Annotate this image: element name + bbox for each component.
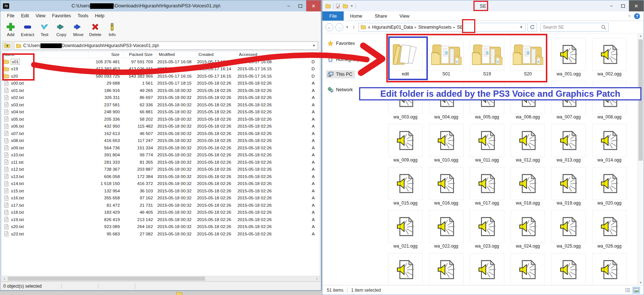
minimize-button[interactable]: –	[283, 0, 294, 11]
maximize-button[interactable]	[617, 0, 629, 11]
breadcrumb-item-current[interactable]: SE	[457, 25, 463, 30]
expand-ribbon-icon[interactable]: ˅	[628, 14, 630, 18]
sidebar-item-network[interactable]: Network	[326, 86, 356, 94]
breadcrumb-item[interactable]: HigurashiEp01_Data	[372, 25, 413, 30]
file-tile-wa_005.ogg[interactable]: wa_005.ogg	[470, 81, 504, 119]
new-folder-icon[interactable]	[343, 4, 348, 8]
table-row[interactable]: s19.txt 826 419 213 142 2015-05-18 00:32…	[1, 216, 320, 223]
file-tile-wa_026.ogg[interactable]: wa_026.ogg	[592, 210, 627, 248]
file-tile-wa_021.ogg[interactable]: wa_021.ogg	[388, 210, 423, 248]
address-bar[interactable]: « HigurashiEp01_Data ▸ StreamingAssets ▸…	[358, 23, 526, 32]
table-row[interactable]: s19 412 383 453 413 026 431 2015-05-17 1…	[1, 65, 320, 73]
maximize-button[interactable]	[294, 0, 306, 11]
file-tile-wa_001.ogg[interactable]: wa_001.ogg	[551, 38, 586, 76]
file-tile-partial[interactable]	[592, 253, 627, 285]
folder-tile-S01[interactable]: S01	[429, 38, 464, 76]
vertical-scrollbar[interactable]: ▲ ▼	[637, 33, 644, 285]
copy-button[interactable]: Copy	[53, 22, 69, 37]
table-row[interactable]: s16.txt 355 658 97 162 2015-05-18 00:32 …	[1, 195, 320, 202]
folder-tile-edit[interactable]: edit	[388, 38, 423, 76]
file-tile-wa_023.ogg[interactable]: wa_023.ogg	[470, 210, 504, 248]
file-tile-wa_022.ogg[interactable]: wa_022.ogg	[429, 210, 464, 248]
refresh-button[interactable]	[527, 23, 537, 32]
column-header-attributes[interactable]: Attributes	[277, 51, 320, 58]
chevron-down-icon[interactable]: ▼	[311, 44, 317, 47]
up-one-level-button[interactable]	[3, 42, 12, 50]
file-tile-wa_012.ogg[interactable]: wa_012.ogg	[511, 124, 545, 162]
table-row[interactable]: s08.txt 416 653 117 247 2015-05-18 00:32…	[1, 137, 320, 145]
table-row[interactable]: s15.txt 132 954 36 103 2015-05-18 00:32 …	[1, 187, 320, 195]
chevron-right-icon[interactable]: ▸	[415, 25, 416, 29]
column-header-packed-size[interactable]: Packed Size	[124, 51, 157, 58]
scrollbar-thumb[interactable]	[638, 39, 643, 161]
column-header-modified[interactable]: Modified	[157, 51, 196, 58]
help-icon[interactable]: ?	[634, 13, 640, 19]
add-button[interactable]: Add	[3, 22, 19, 37]
table-row[interactable]: s10.txt 391 804 99 774 2015-05-18 00:32 …	[1, 152, 320, 159]
table-row[interactable]: s18.txt 183 429 46 405 2015-05-18 00:32 …	[1, 209, 320, 216]
sidebar-item-homegroup[interactable]: Homegroup	[326, 56, 363, 64]
table-row[interactable]: s00.txt 29 688 1 561 2015-05-17 18:15 20…	[1, 80, 320, 87]
tab-home[interactable]: Home	[344, 11, 368, 21]
menu-view[interactable]: View	[33, 12, 49, 19]
horizontal-scrollbar[interactable]: ‹ ›	[1, 276, 320, 281]
file-tile-wa_011.ogg[interactable]: wa_011.ogg	[470, 124, 504, 162]
file-tile-wa_010.ogg[interactable]: wa_010.ogg	[429, 124, 464, 162]
file-tile-partial[interactable]	[551, 253, 586, 285]
table-row[interactable]: s13.txt 606 058 172 384 2015-05-18 00:32…	[1, 173, 320, 180]
file-tile-wa_024.ogg[interactable]: wa_024.ogg	[511, 210, 545, 248]
properties-icon[interactable]	[336, 4, 340, 8]
scrollbar-thumb[interactable]	[8, 277, 205, 281]
file-tile-wa_016.ogg[interactable]: wa_016.ogg	[429, 167, 464, 205]
sevenzip-titlebar[interactable]: 7z C:\Users\Downloads\Higurashi\Higurash…	[0, 0, 321, 11]
explorer-titlebar[interactable]: ▼ SE – ✕	[322, 0, 644, 11]
minimize-button[interactable]: –	[605, 0, 617, 11]
tab-view[interactable]: View	[393, 11, 416, 21]
table-row[interactable]: s01.txt 186 916 49 265 2015-05-18 00:32 …	[1, 87, 320, 94]
table-row[interactable]: s01 105 376 481 97 591 709 2015-05-17 16…	[1, 58, 320, 65]
chevron-down-icon[interactable]: ▼	[350, 4, 353, 8]
file-tile-wa_004.ogg[interactable]: wa_004.ogg	[429, 81, 464, 119]
file-tile-wa_003.ogg[interactable]: wa_003.ogg	[388, 81, 423, 119]
menu-edit[interactable]: Edit	[18, 12, 32, 19]
sidebar-item-favorites[interactable]: Favorites	[326, 39, 358, 47]
back-button[interactable]: ←	[325, 23, 333, 31]
folder-tile-S20[interactable]: S20	[511, 38, 545, 76]
file-tile-wa_002.ogg[interactable]: wa_002.ogg	[592, 38, 627, 76]
table-row[interactable]: s04.txt 248 900 66 881 2015-05-18 00:32 …	[1, 109, 320, 116]
sevenzip-address-combo[interactable]: C:\UsersDownloads\Higurashi\HigurashiPS3…	[14, 42, 318, 50]
file-tile-wa_020.ogg[interactable]: wa_020.ogg	[592, 167, 627, 205]
table-row[interactable]: s14.txt 1 518 150 416 372 2015-05-18 00:…	[1, 180, 320, 188]
file-tile-wa_017.ogg[interactable]: wa_017.ogg	[470, 167, 504, 205]
column-header-size[interactable]: Size	[89, 51, 124, 58]
table-row[interactable]: s03.txt 237 581 62 336 2015-05-18 00:32 …	[1, 101, 320, 109]
table-row[interactable]: s12.txt 738 367 203 887 2015-05-18 00:32…	[1, 166, 320, 173]
table-row[interactable]: s20 580 093 725 543 383 966 2015-05-17 1…	[1, 72, 320, 80]
search-icon[interactable]	[601, 25, 606, 30]
menu-favorites[interactable]: Favorites	[49, 12, 74, 19]
move-button[interactable]: Move	[70, 22, 86, 37]
menu-tools[interactable]: Tools	[75, 12, 91, 19]
chevron-down-icon[interactable]: ▼	[518, 25, 524, 29]
file-tile-wa_007.ogg[interactable]: wa_007.ogg	[551, 81, 586, 119]
table-row[interactable]: s20.txt 923 089 264 162 2015-05-18 00:32…	[1, 223, 320, 231]
scroll-right-icon[interactable]: ›	[314, 276, 320, 281]
search-box[interactable]	[540, 23, 609, 32]
file-tile-partial[interactable]	[429, 253, 464, 285]
table-row[interactable]: s09.txt 564 736 151 334 2015-05-18 00:32…	[1, 144, 320, 152]
scroll-left-icon[interactable]: ‹	[1, 276, 7, 281]
sidebar-item-this-pc[interactable]: This PC	[326, 70, 355, 78]
delete-button[interactable]: Delete	[87, 22, 103, 37]
search-input[interactable]	[543, 25, 601, 30]
extract-button[interactable]: Extract	[19, 22, 36, 37]
scroll-up-icon[interactable]: ▲	[638, 34, 644, 38]
column-header-created[interactable]: Created	[196, 51, 237, 58]
table-row[interactable]: s23.txt 95 683 27 082 2015-05-18 00:32 2…	[1, 230, 320, 238]
file-tile-wa_025.ogg[interactable]: wa_025.ogg	[551, 210, 586, 248]
file-tile-wa_019.ogg[interactable]: wa_019.ogg	[551, 167, 586, 205]
file-tile-wa_009.ogg[interactable]: wa_009.ogg	[388, 124, 423, 162]
chevron-right-icon[interactable]: ▸	[454, 25, 455, 29]
up-button[interactable]: ↑	[351, 24, 357, 30]
forward-button[interactable]: →	[335, 23, 343, 31]
close-button[interactable]: ✕	[629, 0, 644, 11]
